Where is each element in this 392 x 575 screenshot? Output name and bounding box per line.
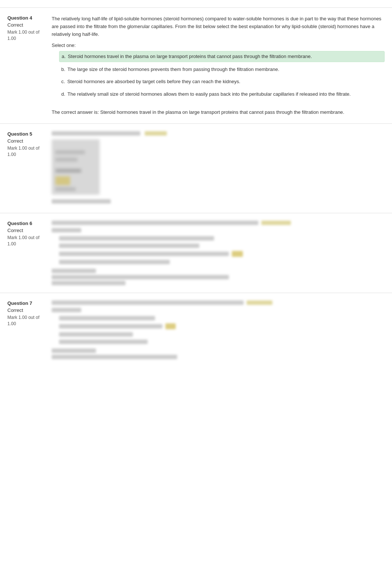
question-4-block: Question 4 Correct Mark 1.00 out of 1.00…	[0, 7, 392, 123]
option-c-text: Steroid hormones are absorbed by target …	[67, 78, 240, 85]
question-5-content	[52, 131, 392, 205]
q6-options	[59, 236, 385, 264]
correct-answer-label: The correct answer is:	[52, 109, 99, 115]
question-4-status: Correct	[7, 22, 46, 28]
question-7-content	[52, 300, 392, 359]
question-7-status: Correct	[7, 307, 46, 313]
q6-question-text-row	[52, 221, 385, 225]
option-d-text: The relatively small size of steroid hor…	[68, 91, 351, 98]
question-4-title: Question 4	[7, 15, 46, 21]
q7-options	[59, 316, 385, 344]
question-4-text: The relatively long half-life of lipid-s…	[52, 15, 385, 38]
option-b-letter: b.	[61, 66, 65, 73]
q7-correct-answer	[52, 348, 385, 359]
page: Question 4 Correct Mark 1.00 out of 1.00…	[0, 0, 392, 374]
option-a-text: Steroid hormones travel in the plasma on…	[68, 53, 312, 60]
question-4-select-label: Select one:	[52, 42, 385, 48]
question-6-status: Correct	[7, 228, 46, 233]
answer-option-a[interactable]: a. Steroid hormones travel in the plasma…	[59, 51, 385, 62]
correct-answer-text: Steroid hormones travel in the plasma on…	[100, 109, 344, 115]
option-b-text: The large size of the steroid hormones p…	[68, 66, 279, 73]
question-7-meta: Question 7 Correct Mark 1.00 out of 1.00	[0, 300, 52, 359]
question-4-options: a. Steroid hormones travel in the plasma…	[59, 51, 385, 99]
q5-blurred-title	[52, 131, 140, 136]
q5-image	[52, 139, 100, 195]
question-4-content: The relatively long half-life of lipid-s…	[52, 15, 392, 116]
option-a-letter: a.	[62, 53, 66, 60]
answer-option-d[interactable]: d. The relatively small size of steroid …	[59, 89, 385, 99]
question-4-mark: Mark 1.00 out of 1.00	[7, 29, 46, 42]
q5-correct-answer	[52, 199, 385, 204]
question-4-correct-answer: The correct answer is: Steroid hormones …	[52, 105, 385, 116]
option-d-letter: d.	[61, 91, 65, 98]
question-6-block: Question 6 Correct Mark 1.00 out of 1.00	[0, 213, 392, 293]
question-5-meta: Question 5 Correct Mark 1.00 out of 1.00	[0, 131, 52, 205]
q5-blurred-answer-label	[52, 199, 111, 204]
question-6-mark: Mark 1.00 out of 1.00	[7, 235, 46, 247]
q6-select-label	[52, 228, 81, 232]
question-4-meta: Question 4 Correct Mark 1.00 out of 1.00	[0, 15, 52, 116]
answer-option-c[interactable]: c. Steroid hormones are absorbed by targ…	[59, 76, 385, 87]
answer-option-b[interactable]: b. The large size of the steroid hormone…	[59, 64, 385, 75]
question-7-title: Question 7	[7, 300, 46, 306]
question-7-block: Question 7 Correct Mark 1.00 out of 1.00	[0, 293, 392, 367]
question-7-mark: Mark 1.00 out of 1.00	[7, 314, 46, 327]
q7-select-label	[52, 308, 81, 312]
question-5-mark: Mark 1.00 out of 1.00	[7, 145, 46, 158]
question-5-title: Question 5	[7, 131, 46, 137]
question-5-block: Question 5 Correct Mark 1.00 out of 1.00	[0, 123, 392, 213]
question-6-title: Question 6	[7, 221, 46, 226]
q7-question-text-row	[52, 300, 385, 305]
question-6-meta: Question 6 Correct Mark 1.00 out of 1.00	[0, 221, 52, 285]
q5-blurred-badge	[145, 131, 167, 136]
q5-question-row	[52, 131, 385, 136]
question-6-content	[52, 221, 392, 285]
question-5-status: Correct	[7, 138, 46, 144]
q6-correct-answer	[52, 269, 385, 285]
option-c-letter: c.	[61, 78, 65, 85]
